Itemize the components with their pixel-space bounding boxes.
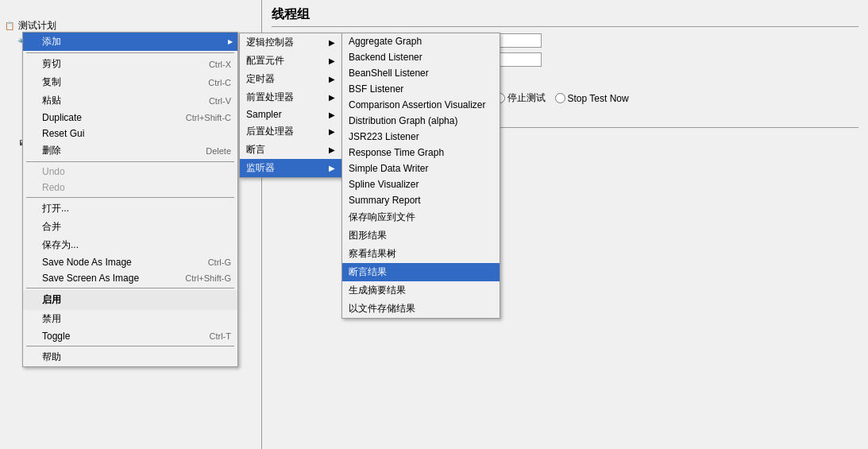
menu-item-duplicate[interactable]: Duplicate Ctrl+Shift-C: [23, 110, 237, 126]
submenu1-item-sampler[interactable]: Sampler ▶: [240, 106, 341, 122]
menu-item-delete[interactable]: 删除 Delete: [23, 141, 237, 160]
submenu1-item-config-element-label: 配置元件: [246, 54, 284, 68]
submenu1-item-config-element[interactable]: 配置元件 ▶: [240, 52, 341, 70]
submenu2-spline-visualizer-label: Spline Visualizer: [349, 179, 419, 190]
submenu1-item-pre-processor[interactable]: 前置处理器 ▶: [240, 88, 341, 106]
radio-stop-test[interactable]: 停止测试: [495, 91, 546, 105]
submenu2-item-view-results-tree[interactable]: 察看结果树: [342, 245, 500, 263]
menu-item-merge[interactable]: 合并: [23, 218, 237, 236]
menu-item-copy-shortcut: Ctrl-C: [208, 78, 231, 87]
menu-item-disable-label: 禁用: [42, 312, 61, 326]
menu-item-toggle[interactable]: Toggle Ctrl-T: [23, 328, 237, 344]
arrow-icon: ▶: [329, 110, 335, 119]
cascade-wrapper: 添加 剪切 Ctrl-X 复制 Ctrl-C 粘贴 Ctrl-V Duplica…: [11, 16, 227, 351]
submenu1-item-timer[interactable]: 定时器 ▶: [240, 70, 341, 88]
menu-item-copy[interactable]: 复制 Ctrl-C: [23, 73, 237, 91]
submenu1-item-post-processor-label: 后置处理器: [246, 125, 294, 138]
arrow-icon: ▶: [329, 145, 335, 154]
submenu2-item-aggregate-graph[interactable]: Aggregate Graph: [342, 33, 500, 49]
submenu2-view-results-tree-label: 察看结果树: [349, 247, 396, 261]
submenu2-comparison-assertion-label: Comparison Assertion Visualizer: [349, 99, 486, 110]
menu-item-add[interactable]: 添加: [23, 33, 237, 51]
menu-item-duplicate-shortcut: Ctrl+Shift-C: [186, 113, 231, 122]
submenu1-item-logic-controller-label: 逻辑控制器: [246, 36, 294, 49]
menu-item-cut[interactable]: 剪切 Ctrl-X: [23, 55, 237, 73]
arrow-icon: ▶: [329, 56, 335, 65]
submenu1-item-sampler-label: Sampler: [246, 109, 282, 120]
submenu1-item-listener[interactable]: 监听器 ▶ Aggregate Graph Backend Listener B…: [240, 159, 341, 177]
radio-stop-test-label: 停止测试: [507, 91, 546, 105]
arrow-icon: ▶: [329, 164, 335, 172]
submenu2-item-distribution-graph[interactable]: Distribution Graph (alpha): [342, 113, 500, 129]
menu-item-reset-gui-label: Reset Gui: [42, 128, 84, 139]
menu-item-save-screen-image-shortcut: Ctrl+Shift-G: [185, 273, 231, 283]
submenu2-item-comparison-assertion[interactable]: Comparison Assertion Visualizer: [342, 97, 500, 113]
submenu2-item-more[interactable]: 以文件存储结果: [342, 300, 500, 318]
submenu2-item-beanshell-listener[interactable]: BeanShell Listener: [342, 65, 500, 81]
submenu2-item-simple-data-writer[interactable]: Simple Data Writer: [342, 161, 500, 176]
submenu2-beanshell-listener-label: BeanShell Listener: [349, 68, 429, 79]
submenu2-item-assertion-results[interactable]: 断言结果: [342, 263, 500, 281]
submenu1-item-logic-controller[interactable]: 逻辑控制器 ▶: [240, 33, 341, 52]
menu-item-copy-label: 复制: [42, 75, 61, 89]
menu-item-save-as[interactable]: 保存为...: [23, 236, 237, 254]
menu-item-disable[interactable]: 禁用: [23, 310, 237, 328]
menu-item-paste-shortcut: Ctrl-V: [209, 96, 231, 106]
menu-item-toggle-shortcut: Ctrl-T: [210, 331, 232, 341]
menu-item-reset-gui[interactable]: Reset Gui: [23, 126, 237, 141]
menu-item-save-screen-image-label: Save Screen As Image: [42, 273, 139, 284]
menu-separator-1: [26, 52, 234, 53]
menu-item-merge-label: 合并: [42, 220, 61, 234]
submenu-2[interactable]: Aggregate Graph Backend Listener BeanShe…: [341, 33, 500, 319]
submenu2-aggregate-graph-label: Aggregate Graph: [349, 36, 422, 47]
submenu2-item-jsr223-listener[interactable]: JSR223 Listener: [342, 129, 500, 145]
panel-title: 线程组: [272, 6, 858, 27]
submenu1-item-pre-processor-label: 前置处理器: [246, 91, 294, 104]
submenu2-item-spline-visualizer[interactable]: Spline Visualizer: [342, 176, 500, 192]
menu-item-undo: Undo: [23, 164, 237, 180]
menu-item-save-screen-image[interactable]: Save Screen As Image Ctrl+Shift-G: [23, 270, 237, 286]
menu-item-paste[interactable]: 粘贴 Ctrl-V: [23, 91, 237, 110]
submenu1-item-listener-label: 监听器: [246, 161, 275, 175]
context-menu[interactable]: 添加 剪切 Ctrl-X 复制 Ctrl-C 粘贴 Ctrl-V Duplica…: [22, 32, 238, 367]
submenu1-item-assertion[interactable]: 断言 ▶: [240, 141, 341, 159]
menu-separator-3: [26, 197, 234, 198]
submenu2-item-save-responses[interactable]: 保存响应到文件: [342, 208, 500, 226]
menu-item-toggle-label: Toggle: [42, 331, 70, 342]
menu-item-duplicate-label: Duplicate: [42, 112, 82, 123]
menu-item-open[interactable]: 打开...: [23, 199, 237, 218]
main-panel: 测试计划 📋 测试计划 🔧 线程组 ■ 天... ■ 适... ■: [0, 0, 868, 449]
menu-item-save-node-image-label: Save Node As Image: [42, 257, 132, 268]
submenu2-graph-results-label: 图形结果: [349, 229, 387, 242]
menu-item-cut-shortcut: Ctrl-X: [209, 60, 231, 69]
submenu2-item-bsf-listener[interactable]: BSF Listener: [342, 81, 500, 97]
menu-item-delete-shortcut: Delete: [206, 146, 231, 156]
submenu2-summary-report-label: Summary Report: [349, 195, 421, 206]
arrow-icon: ▶: [329, 127, 335, 136]
submenu1-item-assertion-label: 断言: [246, 143, 265, 157]
submenu-1[interactable]: 逻辑控制器 ▶ 配置元件 ▶ 定时器 ▶ 前置处理器 ▶ Sampler ▶: [239, 33, 342, 178]
menu-item-help-label: 帮助: [42, 350, 61, 364]
submenu2-distribution-graph-label: Distribution Graph (alpha): [349, 115, 457, 126]
menu-item-save-node-image[interactable]: Save Node As Image Ctrl-G: [23, 254, 237, 270]
submenu2-response-time-graph-label: Response Time Graph: [349, 147, 444, 158]
arrow-icon: ▶: [329, 93, 335, 102]
menu-separator-4: [26, 288, 234, 288]
submenu2-jsr223-listener-label: JSR223 Listener: [349, 131, 419, 142]
submenu2-item-generate-summary[interactable]: 生成摘要结果: [342, 281, 500, 300]
submenu2-item-summary-report[interactable]: Summary Report: [342, 192, 500, 208]
arrow-icon: ▶: [329, 75, 335, 83]
menu-item-add-label: 添加: [42, 35, 61, 48]
menu-header-enable-label: 启用: [42, 293, 61, 307]
submenu2-item-backend-listener[interactable]: Backend Listener: [342, 49, 500, 65]
radio-stop-now-label: Stop Test Now: [568, 93, 629, 104]
menu-separator-5: [26, 346, 234, 346]
submenu2-simple-data-writer-label: Simple Data Writer: [349, 163, 428, 174]
menu-item-save-node-image-shortcut: Ctrl-G: [208, 257, 231, 267]
submenu2-item-graph-results[interactable]: 图形结果: [342, 226, 500, 245]
menu-item-save-as-label: 保存为...: [42, 238, 79, 252]
submenu2-item-response-time-graph[interactable]: Response Time Graph: [342, 145, 500, 161]
submenu1-item-post-processor[interactable]: 后置处理器 ▶: [240, 122, 341, 141]
radio-stop-now[interactable]: Stop Test Now: [555, 93, 629, 104]
menu-item-help[interactable]: 帮助: [23, 348, 237, 366]
